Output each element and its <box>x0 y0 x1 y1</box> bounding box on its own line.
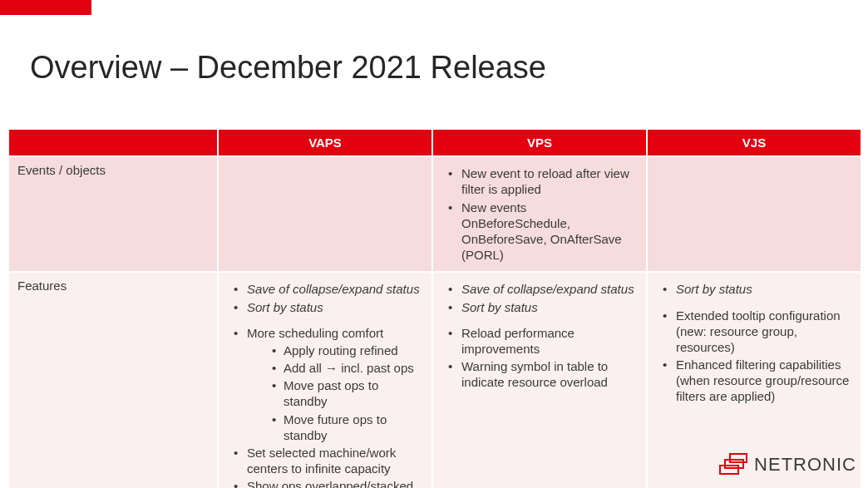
cell-events-vaps <box>218 156 432 272</box>
cell-events-vps: New event to reload after view filter is… <box>432 156 647 272</box>
sub-list: Apply routing refinedAdd all → incl. pas… <box>247 343 423 443</box>
list-item: Warning symbol in table to indicate reso… <box>441 358 638 390</box>
sub-list-item: Move past ops to standby <box>247 377 423 409</box>
list-item: Sort by status <box>227 299 423 315</box>
bullet-list: Save of collapse/expand statusSort by st… <box>441 281 638 390</box>
list-item: More scheduling comfortApply routing ref… <box>227 325 423 443</box>
brand-text: NETRONIC <box>754 454 856 476</box>
svg-rect-1 <box>725 460 743 468</box>
list-item: Save of collapse/expand status <box>227 281 423 297</box>
list-item: Show ops overlapped/stacked <box>227 478 423 488</box>
list-item: Sort by status <box>441 299 638 315</box>
list-item: Extended tooltip configuration (new: res… <box>656 308 852 356</box>
list-item: Save of collapse/expand status <box>441 281 638 297</box>
table-row-events: Events / objects New event to reload aft… <box>8 156 861 272</box>
col-header-vaps: VAPS <box>218 129 432 156</box>
brand-logo: NETRONIC <box>719 453 856 476</box>
row-label-events: Events / objects <box>8 156 218 272</box>
bullet-list: Sort by statusExtended tooltip configura… <box>656 281 852 404</box>
sub-list-item: Add all → incl. past ops <box>247 360 423 376</box>
list-item: Reload performance improvements <box>441 325 638 357</box>
table-header-row: VAPS VPS VJS <box>8 129 861 156</box>
netronic-icon <box>719 453 747 476</box>
cell-features-vps: Save of collapse/expand statusSort by st… <box>432 272 647 488</box>
list-item: Set selected machine/work centers to inf… <box>227 445 423 476</box>
spacer <box>227 317 423 325</box>
spacer <box>441 317 638 325</box>
spacer <box>656 299 852 308</box>
svg-rect-0 <box>720 466 738 474</box>
col-header-blank <box>8 129 218 156</box>
list-item: New event to reload after view filter is… <box>441 165 638 197</box>
bullet-list: New event to reload after view filter is… <box>441 165 638 263</box>
release-table: VAPS VPS VJS Events / objects New event … <box>7 128 862 488</box>
sub-list-item: Apply routing refined <box>247 343 423 358</box>
list-item: Enhanced filtering capabilities (when re… <box>656 357 852 405</box>
col-header-vjs: VJS <box>647 129 861 156</box>
cell-features-vaps: Save of collapse/expand statusSort by st… <box>218 272 432 488</box>
sub-list-item: Move future ops to standby <box>247 412 423 443</box>
accent-tab <box>0 0 91 15</box>
list-item: Sort by status <box>656 281 852 297</box>
col-header-vps: VPS <box>432 129 647 156</box>
row-label-features: Features <box>8 272 218 488</box>
cell-events-vjs <box>647 156 861 272</box>
bullet-list: Save of collapse/expand statusSort by st… <box>227 281 423 488</box>
list-item: New events OnBeforeSchedule, OnBeforeSav… <box>441 200 638 264</box>
page-title: Overview – December 2021 Release <box>30 50 546 86</box>
